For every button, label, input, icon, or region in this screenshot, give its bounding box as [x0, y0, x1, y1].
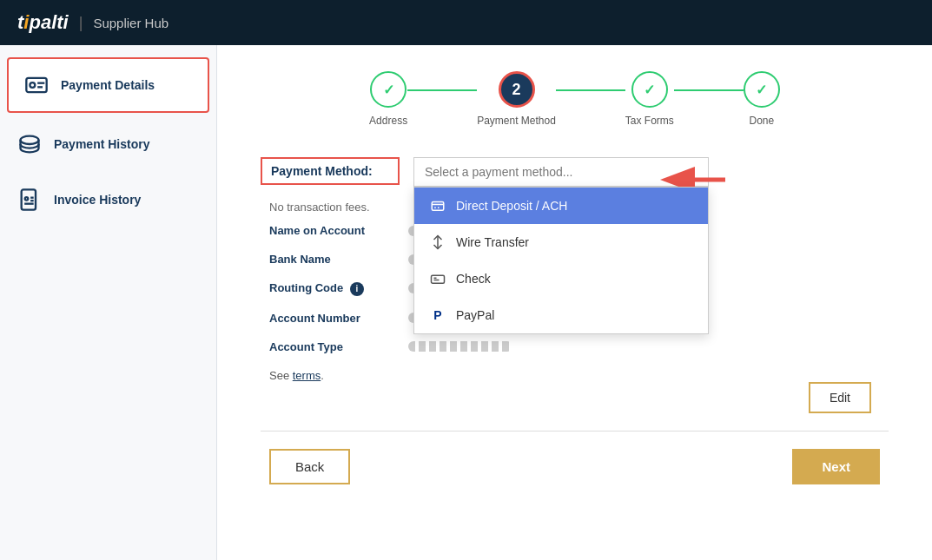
invoice-icon [16, 186, 43, 214]
dropdown-item-check[interactable]: Check [414, 260, 708, 297]
payment-method-dropdown: Direct Deposit / ACH Wire Transfer [413, 187, 709, 334]
name-on-account-label: Name on Account [269, 224, 408, 237]
payment-method-row: Payment Method: [261, 157, 889, 187]
payment-method-label: Payment Method: [261, 157, 400, 185]
field-account-type: Account Type [261, 340, 889, 353]
svg-rect-10 [432, 202, 444, 211]
id-card-icon [23, 71, 50, 99]
header-divider: | [79, 14, 83, 32]
svg-point-1 [30, 82, 35, 88]
edit-button[interactable]: Edit [809, 382, 871, 413]
connector-3 [674, 89, 744, 91]
step-tax-forms-label: Tax Forms [625, 115, 674, 127]
step-address-circle: ✓ [370, 71, 407, 108]
svg-point-6 [25, 197, 29, 201]
next-button[interactable]: Next [792, 449, 880, 484]
step-address: ✓ Address [369, 71, 407, 127]
terms-text: See terms. [261, 369, 889, 382]
money-icon [16, 130, 43, 158]
dropdown-item-paypal[interactable]: P PayPal [414, 297, 708, 333]
invoice-history-label: Invoice History [54, 193, 141, 207]
back-button[interactable]: Back [269, 449, 350, 484]
form-divider [261, 431, 889, 432]
logo: tipalti [17, 11, 69, 34]
dropdown-item-ach[interactable]: Direct Deposit / ACH [414, 188, 708, 224]
step-payment-method-circle: 2 [499, 71, 535, 108]
step-done: ✓ Done [744, 71, 780, 127]
sidebar: Payment Details Payment History [0, 45, 217, 560]
svg-point-4 [21, 136, 39, 144]
dropdown-paypal-label: PayPal [456, 308, 494, 322]
sidebar-item-payment-history[interactable]: Payment History [0, 116, 216, 172]
logo-accent: i [23, 11, 29, 33]
stepper: ✓ Address 2 Payment Method ✓ Tax Forms ✓… [252, 71, 897, 127]
dropdown-wire-label: Wire Transfer [456, 235, 529, 249]
wire-icon [428, 233, 447, 252]
buttons-row: Back Next [261, 449, 889, 484]
step-address-label: Address [369, 115, 407, 127]
dropdown-ach-label: Direct Deposit / ACH [456, 199, 567, 213]
step-payment-method-label: Payment Method [477, 115, 556, 127]
check-icon [428, 269, 447, 288]
main-layout: Payment Details Payment History [0, 45, 932, 560]
connector-1 [407, 89, 477, 91]
form-section: Payment Method: [252, 157, 897, 484]
step-tax-forms: ✓ Tax Forms [625, 71, 674, 127]
step-payment-method: 2 Payment Method [477, 71, 556, 127]
step-done-circle: ✓ [744, 71, 780, 108]
app-header: tipalti | Supplier Hub [0, 0, 932, 45]
terms-link[interactable]: terms [293, 369, 321, 382]
payment-details-label: Payment Details [61, 78, 155, 92]
account-type-value [408, 341, 512, 352]
sidebar-item-invoice-history[interactable]: Invoice History [0, 172, 216, 227]
sidebar-item-payment-details[interactable]: Payment Details [7, 57, 209, 113]
ach-icon [428, 196, 447, 215]
edit-row: Edit [261, 382, 889, 413]
bank-name-label: Bank Name [269, 253, 408, 266]
dropdown-check-label: Check [456, 272, 491, 286]
paypal-icon: P [428, 306, 447, 325]
step-tax-forms-circle: ✓ [631, 71, 668, 108]
step-done-label: Done [750, 115, 775, 127]
connector-2 [556, 89, 625, 91]
dropdown-item-wire[interactable]: Wire Transfer [414, 224, 708, 260]
routing-code-label: Routing Code i [269, 281, 408, 296]
routing-code-info-icon[interactable]: i [350, 282, 364, 296]
account-number-label: Account Number [269, 312, 408, 325]
header-subtitle: Supplier Hub [93, 16, 169, 30]
account-type-label: Account Type [269, 340, 408, 353]
main-content: ✓ Address 2 Payment Method ✓ Tax Forms ✓… [217, 45, 932, 560]
payment-history-label: Payment History [54, 137, 149, 151]
